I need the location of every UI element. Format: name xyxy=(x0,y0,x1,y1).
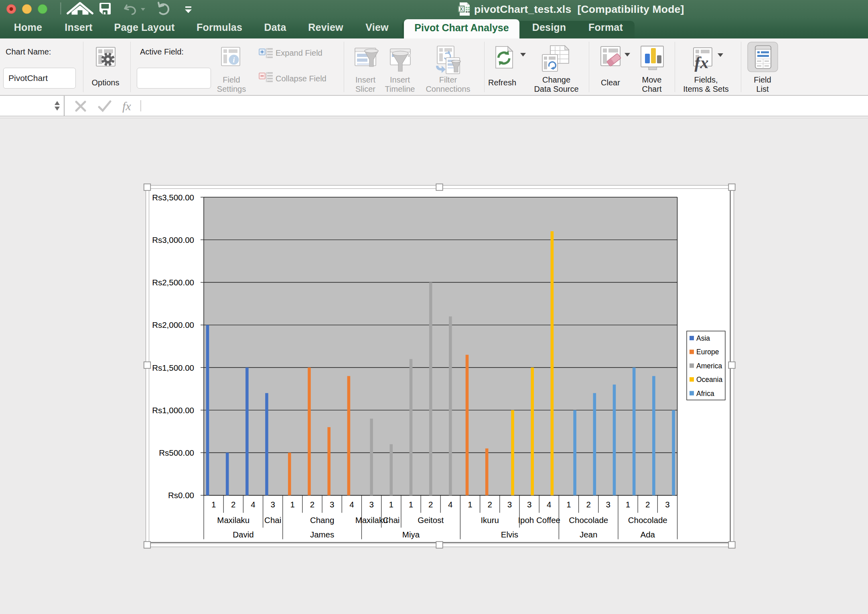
svg-text:Ada: Ada xyxy=(640,530,655,539)
svg-text:America: America xyxy=(696,362,722,370)
svg-text:Ikuru: Ikuru xyxy=(481,515,499,525)
svg-text:3: 3 xyxy=(665,500,669,509)
svg-text:Maxilaku: Maxilaku xyxy=(217,515,249,525)
svg-text:Rs2,000.00: Rs2,000.00 xyxy=(152,320,194,329)
svg-text:1: 1 xyxy=(389,500,393,509)
svg-text:Jean: Jean xyxy=(580,530,597,539)
svg-text:Chai: Chai xyxy=(383,515,400,525)
svg-text:2: 2 xyxy=(645,500,650,509)
svg-text:Rs500.00: Rs500.00 xyxy=(159,448,194,457)
svg-text:Asia: Asia xyxy=(696,334,710,342)
svg-text:2: 2 xyxy=(428,500,433,509)
svg-text:3: 3 xyxy=(369,500,373,509)
svg-text:4: 4 xyxy=(547,500,551,509)
svg-text:David: David xyxy=(233,530,254,539)
svg-text:1: 1 xyxy=(566,500,571,509)
svg-text:1: 1 xyxy=(468,500,472,509)
svg-text:James: James xyxy=(310,530,334,539)
svg-text:Rs0.00: Rs0.00 xyxy=(168,491,194,500)
svg-text:Chai: Chai xyxy=(264,515,281,525)
svg-text:Ipoh Coffee: Ipoh Coffee xyxy=(518,515,560,525)
svg-text:2: 2 xyxy=(487,500,492,509)
svg-text:Elvis: Elvis xyxy=(501,530,518,539)
svg-text:Africa: Africa xyxy=(696,390,714,398)
svg-text:Europe: Europe xyxy=(696,348,719,356)
svg-text:2: 2 xyxy=(231,500,235,509)
svg-text:Miya: Miya xyxy=(402,530,420,539)
svg-text:Rs1,000.00: Rs1,000.00 xyxy=(152,406,194,415)
svg-text:Oceania: Oceania xyxy=(696,376,722,384)
svg-text:2: 2 xyxy=(586,500,590,509)
svg-text:3: 3 xyxy=(507,500,512,509)
svg-text:3: 3 xyxy=(527,500,531,509)
svg-text:1: 1 xyxy=(626,500,630,509)
svg-text:Geitost: Geitost xyxy=(418,515,444,525)
svg-text:4: 4 xyxy=(448,500,452,509)
svg-text:3: 3 xyxy=(606,500,610,509)
svg-text:1: 1 xyxy=(290,500,295,509)
svg-text:Rs2,500.00: Rs2,500.00 xyxy=(152,278,194,287)
svg-text:1: 1 xyxy=(211,500,216,509)
svg-text:Rs3,500.00: Rs3,500.00 xyxy=(152,193,194,202)
svg-text:Chocolade: Chocolade xyxy=(569,515,608,525)
svg-text:Rs1,500.00: Rs1,500.00 xyxy=(152,363,194,372)
svg-text:2: 2 xyxy=(310,500,314,509)
svg-text:4: 4 xyxy=(349,500,354,509)
svg-text:3: 3 xyxy=(330,500,334,509)
svg-text:Chocolade: Chocolade xyxy=(628,515,667,525)
svg-text:1: 1 xyxy=(409,500,413,509)
svg-text:Chang: Chang xyxy=(310,515,334,525)
svg-text:3: 3 xyxy=(270,500,275,509)
svg-text:4: 4 xyxy=(251,500,255,509)
svg-text:Rs3,000.00: Rs3,000.00 xyxy=(152,235,194,244)
